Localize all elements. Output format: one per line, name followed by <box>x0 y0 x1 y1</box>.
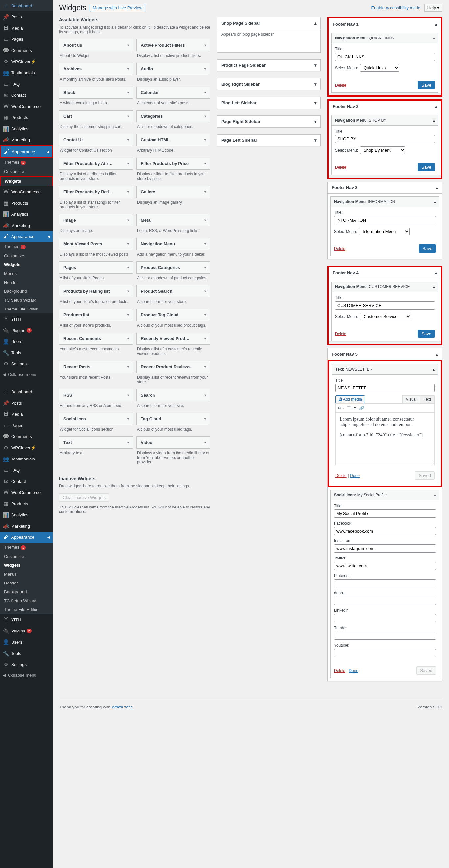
nav-appearance[interactable]: 🖌Appearance◀ <box>1 146 52 157</box>
nav-appearance-2[interactable]: 🖌Appearance◀ <box>0 231 53 242</box>
sub-customize[interactable]: Customize <box>0 167 53 176</box>
widget-2[interactable]: Archives▾ <box>59 63 133 75</box>
widget-24[interactable]: Recent Comments▾ <box>59 333 133 345</box>
footer-nav-5-head[interactable]: Footer Nav 5▴ <box>328 348 442 360</box>
collapse-menu[interactable]: ◀Collapse menu <box>0 670 53 680</box>
widget-8[interactable]: Contct Us▾ <box>59 134 133 146</box>
social-input[interactable] <box>334 631 436 640</box>
nav-woocommerce[interactable]: WWooCommerce <box>0 487 53 498</box>
widget-11[interactable]: Filter Products by Price▾ <box>136 158 211 170</box>
nav-wpclever[interactable]: ⚙WPClever⚡ <box>0 442 53 453</box>
help-button[interactable]: Help ▾ <box>424 4 442 11</box>
bold-button[interactable]: B <box>338 406 341 410</box>
widget-9[interactable]: Custom HTML▾ <box>136 134 211 146</box>
sub-header[interactable]: Header <box>0 278 53 287</box>
widget-7[interactable]: Categories▾ <box>136 110 211 122</box>
nav-menu-widget-head[interactable]: Navigation Menu: SHOP BY▴ <box>332 116 438 126</box>
title-input[interactable] <box>335 301 435 310</box>
sub-header[interactable]: Header <box>0 579 53 587</box>
delete-link[interactable]: Delete <box>334 668 346 673</box>
nav-menu-widget-head[interactable]: Navigation Menu: INFORMATION▴ <box>331 197 439 207</box>
widget-29[interactable]: Search▾ <box>136 389 211 401</box>
nav-faq[interactable]: ▭FAQ <box>0 78 53 90</box>
widget-3[interactable]: Audio▾ <box>136 63 211 75</box>
sub-themes[interactable]: Themes1 <box>0 158 53 167</box>
sub-widgets[interactable]: Widgets <box>1 177 52 186</box>
social-input[interactable] <box>334 544 436 553</box>
sidebar-head[interactable]: Blog Left Sidebar▾ <box>217 97 320 108</box>
nav-dashboard[interactable]: ⌂Dashboard <box>0 386 53 397</box>
nav-analytics[interactable]: 📊Analytics <box>0 123 53 134</box>
widget-20[interactable]: Products by Rating list▾ <box>59 285 133 297</box>
nav-pages[interactable]: ▭Pages <box>0 34 53 45</box>
text-widget-head[interactable]: Text: NEWSLETTER ▴ <box>332 365 438 375</box>
menu-select[interactable]: Customer Service <box>360 313 411 320</box>
widget-28[interactable]: RSS▾ <box>59 389 133 401</box>
sub-menus[interactable]: Menus <box>0 570 53 579</box>
social-input[interactable] <box>334 509 436 518</box>
delete-link[interactable]: Delete <box>335 473 347 478</box>
social-input[interactable] <box>334 649 436 657</box>
tab-visual[interactable]: Visual <box>402 395 420 403</box>
widget-23[interactable]: Product Tag Cloud▾ <box>136 309 211 321</box>
live-preview-button[interactable]: Manage with Live Preview <box>90 4 145 12</box>
nav-appearance[interactable]: 🖌Appearance◀ <box>0 531 53 543</box>
add-media-button[interactable]: 🖼 Add media <box>335 395 365 403</box>
sub-tc-setup[interactable]: TC Setup Wizard <box>0 296 53 305</box>
social-input[interactable] <box>334 527 436 535</box>
sub-background[interactable]: Background <box>0 287 53 296</box>
widget-13[interactable]: Gallery▾ <box>136 186 211 198</box>
title-input[interactable] <box>335 384 435 392</box>
footer-nav-head[interactable]: Footer Nav 3▴ <box>328 182 442 194</box>
nav-contact[interactable]: ✉Contact <box>0 90 53 101</box>
delete-link[interactable]: Delete <box>335 332 347 336</box>
accessibility-link[interactable]: Enable accessibility mode <box>371 5 420 10</box>
save-button[interactable]: Save <box>419 244 436 253</box>
footer-nav-head[interactable]: Footer Nav 2▴ <box>329 101 441 113</box>
widget-21[interactable]: Product Search▾ <box>136 285 211 297</box>
collapse-menu[interactable]: ◀Collapse menu <box>0 369 53 379</box>
nav-marketing[interactable]: 📣Marketing <box>0 134 53 145</box>
widget-30[interactable]: Social Icon▾ <box>59 413 133 425</box>
sub-theme-editor[interactable]: Theme File Editor <box>0 305 53 313</box>
nav-analytics-2[interactable]: 📊Analytics <box>0 209 53 220</box>
nav-users[interactable]: 👤Users <box>0 637 53 648</box>
tab-text[interactable]: Text <box>420 395 435 403</box>
widget-15[interactable]: Meta▾ <box>136 214 211 226</box>
nav-posts[interactable]: 📌Posts <box>0 397 53 408</box>
nav-analytics[interactable]: 📊Analytics <box>0 509 53 520</box>
widget-14[interactable]: Image▾ <box>59 214 133 226</box>
nav-comments[interactable]: 💬Comments <box>0 431 53 442</box>
done-link[interactable]: Done <box>349 668 358 673</box>
widget-26[interactable]: Recent Posts▾ <box>59 361 133 373</box>
wordpress-link[interactable]: WordPress <box>112 705 133 710</box>
widget-31[interactable]: Tag Cloud▾ <box>136 413 211 425</box>
sub-tc-setup[interactable]: TC Setup Wizard <box>0 596 53 605</box>
social-input[interactable] <box>334 562 436 570</box>
nav-comments[interactable]: 💬Comments <box>0 45 53 56</box>
menu-select[interactable]: Shop By Menu <box>360 146 405 154</box>
sub-customize[interactable]: Customize <box>0 552 53 561</box>
social-widget-head[interactable]: Social Icon: My Social Profile ▴ <box>331 490 439 500</box>
widget-6[interactable]: Cart▾ <box>59 110 133 122</box>
delete-link[interactable]: Delete <box>335 165 347 170</box>
nav-tools[interactable]: 🔧Tools <box>0 648 53 659</box>
ul-button[interactable]: ☰ <box>347 406 351 410</box>
sidebar-head[interactable]: Shop Page Sidebar▴ <box>217 18 320 29</box>
nav-media[interactable]: 🖼Media <box>0 408 53 420</box>
delete-link[interactable]: Delete <box>334 246 346 251</box>
nav-woocommerce[interactable]: WWooCommerce <box>0 101 53 112</box>
sub-theme-editor[interactable]: Theme File Editor <box>0 605 53 614</box>
sidebar-head[interactable]: Blog Right Sidebar▾ <box>217 78 320 90</box>
done-link[interactable]: Done <box>350 473 360 478</box>
menu-select[interactable]: Information Menu <box>359 227 410 235</box>
nav-settings[interactable]: ⚙Settings <box>0 358 53 369</box>
widget-33[interactable]: Video▾ <box>136 436 211 448</box>
delete-link[interactable]: Delete <box>335 83 347 88</box>
title-input[interactable] <box>335 53 435 61</box>
widget-10[interactable]: Filter Products by Attr…▾ <box>59 158 133 170</box>
nav-products[interactable]: ▦Products <box>0 112 53 123</box>
nav-marketing-2[interactable]: 📣Marketing <box>0 220 53 231</box>
sub-themes[interactable]: Themes1 <box>0 543 53 552</box>
nav-menu-widget-head[interactable]: Navigation Menu: CUSTOMER SERVICE▴ <box>332 282 438 292</box>
